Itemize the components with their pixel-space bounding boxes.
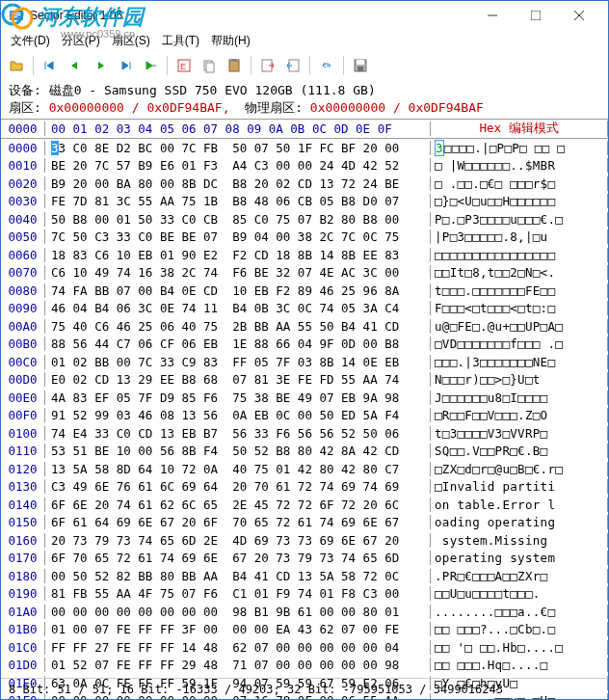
bytes-cell[interactable]: FF FF 27 FE FF FF 14 48 62 07 00 00 00 0… — [45, 640, 431, 655]
bytes-cell[interactable]: 4A 83 EF 05 7F D9 85 F6 75 38 BE 49 07 E… — [45, 390, 431, 405]
ascii-cell[interactable]: SQ□□.V□□PR□€.B□ — [431, 444, 608, 458]
bytes-cell[interactable]: C6 10 49 74 16 38 2C 74 F6 BE 32 07 4E A… — [45, 265, 431, 280]
hex-row[interactable]: 01A000 00 00 00 00 00 00 00 98 B1 9B 61 … — [1, 603, 608, 621]
open-button[interactable] — [5, 54, 28, 77]
ascii-cell[interactable]: □□□.|3□□□□□□□NE□ — [431, 355, 608, 369]
bytes-cell[interactable]: 7C 50 C3 33 C0 BE BE 07 B9 04 00 38 2C 7… — [45, 229, 431, 244]
ascii-cell[interactable]: t□□□.□□□□□□□FE□□ — [431, 283, 608, 298]
ascii-cell[interactable]: |P□3□□□□□.8,|□u — [431, 229, 608, 244]
last-button[interactable] — [114, 54, 137, 77]
next-button[interactable] — [89, 54, 112, 77]
bytes-cell[interactable]: 88 56 44 C7 06 CF 06 EB 1E 88 66 04 9F 0… — [45, 337, 431, 351]
menu-tools[interactable]: 工具(T) — [156, 31, 205, 51]
ascii-cell[interactable]: □}□<U□u□□H□□□□□□ — [431, 194, 608, 208]
close-button[interactable] — [557, 2, 600, 29]
hex-row[interactable]: 01506F 61 64 69 6E 67 20 6F 70 65 72 61 … — [1, 514, 608, 532]
bytes-cell[interactable]: 53 51 BE 10 00 56 8B F4 50 52 B8 80 42 8… — [45, 444, 431, 458]
menu-partition[interactable]: 分区(P) — [56, 31, 106, 51]
hex-row[interactable]: 012013 5A 58 8D 64 10 72 0A 40 75 01 42 … — [1, 460, 608, 478]
ascii-cell[interactable]: □□U□u□□□□t□□□. — [431, 586, 608, 601]
ascii-cell[interactable]: oading operating — [431, 515, 608, 529]
hex-row[interactable]: 0070C6 10 49 74 16 38 2C 74 F6 BE 32 07 … — [1, 264, 608, 283]
hex-row[interactable]: 01B001 00 07 FE FF FF 3F 00 00 00 EA 43 … — [1, 621, 608, 639]
export-button[interactable] — [281, 54, 304, 77]
ascii-cell[interactable]: F□□□<□t□□□<□t□:□ — [431, 301, 608, 315]
hex-row[interactable]: 0010BE 20 7C 57 B9 E6 01 F3 A4 C3 00 00 … — [1, 157, 608, 175]
menu-file[interactable]: 文件(D) — [5, 31, 56, 51]
bytes-cell[interactable]: 6F 6E 20 74 61 62 6C 65 2E 45 72 72 6F 7… — [45, 498, 431, 512]
ascii-cell[interactable]: □□ '□ □□.Hb□....□ — [431, 640, 608, 655]
bytes-cell[interactable]: 13 5A 58 8D 64 10 72 0A 40 75 01 42 80 4… — [45, 462, 431, 476]
hex-row[interactable]: 009046 04 B4 06 3C 0E 74 11 B4 0B 3C 0C … — [1, 300, 608, 318]
ascii-cell[interactable]: □ .□□.□€□ □□□r$□ — [431, 176, 608, 191]
ascii-cell[interactable]: □ |W□□□□□□..$MBR — [431, 158, 608, 173]
ascii-cell[interactable]: □R□□F□□V□□□.Z□O — [431, 408, 608, 422]
bytes-cell[interactable]: 01 00 07 FE FF FF 3F 00 00 00 EA 43 62 0… — [45, 622, 431, 636]
ascii-cell[interactable]: system.Missing — [431, 533, 608, 548]
hex-row[interactable]: 019081 FB 55 AA 4F 75 07 F6 C1 01 F9 74 … — [1, 585, 608, 604]
ascii-cell[interactable]: □ZX□d□r□@u□B□€.r□ — [431, 462, 608, 476]
ascii-cell[interactable]: □□It□8,t□□2□N□<. — [431, 265, 608, 280]
ascii-cell[interactable]: u@□FE□.@u+□□UP□A□ — [431, 319, 608, 334]
ascii-cell[interactable]: N□□□r)□□>□}U□t — [431, 372, 608, 387]
hex-body[interactable]: 000033 C0 8E D2 BC 00 7C FB 50 07 50 1F … — [1, 139, 608, 700]
ascii-cell[interactable]: ........□□□a..€□ — [431, 605, 608, 619]
bytes-cell[interactable]: 74 E4 33 C0 CD 13 EB B7 56 33 F6 56 56 5… — [45, 426, 431, 441]
bytes-cell[interactable]: 91 52 99 03 46 08 13 56 0A EB 0C 00 50 E… — [45, 408, 431, 422]
ascii-cell[interactable]: □□ □□□.Hq□....□ — [431, 658, 608, 672]
hex-row[interactable]: 016020 73 79 73 74 65 6D 2E 4D 69 73 73 … — [1, 531, 608, 550]
bytes-cell[interactable]: 81 FB 55 AA 4F 75 07 F6 C1 01 F9 74 01 F… — [45, 586, 431, 601]
paste-button[interactable] — [223, 54, 246, 77]
hex-row[interactable]: 0030FE 7D 81 3C 55 AA 75 1B B8 48 06 CB … — [1, 193, 608, 211]
bytes-cell[interactable]: 74 FA BB 07 00 B4 0E CD 10 EB F2 89 46 2… — [45, 283, 431, 298]
goto-button[interactable] — [139, 54, 162, 77]
maximize-button[interactable] — [514, 2, 557, 29]
ascii-cell[interactable]: P□.□P3□□□□u□□□€.□ — [431, 212, 608, 227]
hex-row[interactable]: 008074 FA BB 07 00 B4 0E CD 10 EB F2 89 … — [1, 282, 608, 300]
import-button[interactable] — [256, 54, 279, 77]
hex-row[interactable]: 01706F 70 65 72 61 74 69 6E 67 20 73 79 … — [1, 550, 608, 568]
bytes-cell[interactable]: 46 04 B4 06 3C 0E 74 11 B4 0B 3C 0C 74 0… — [45, 301, 431, 315]
menu-sector[interactable]: 扇区(S) — [106, 31, 156, 51]
undo-button[interactable] — [315, 54, 338, 77]
menu-help[interactable]: 帮助(H) — [205, 31, 256, 51]
bytes-cell[interactable]: E0 02 CD 13 29 EE B8 68 07 81 3E FE FD 5… — [45, 372, 431, 387]
ascii-cell[interactable]: □VD□□□□□□□f□□□ .□ — [431, 337, 608, 351]
hex-row[interactable]: 006018 83 C6 10 EB 01 90 E2 F2 CD 18 8B … — [1, 246, 608, 264]
copy-button[interactable] — [198, 54, 221, 77]
first-button[interactable] — [39, 54, 62, 77]
save-button[interactable] — [349, 54, 372, 77]
ascii-cell[interactable]: □□ □□□?...□Cb□.□ — [431, 622, 608, 636]
bytes-cell[interactable]: 75 40 C6 46 25 06 40 75 2B BB AA 55 50 B… — [45, 319, 431, 334]
ascii-cell[interactable]: □□□□□□□□□□□□□□□□ — [431, 248, 608, 262]
hex-row[interactable]: 00C001 02 BB 00 7C 33 C9 83 FF 05 7F 03 … — [1, 353, 608, 371]
hex-row[interactable]: 00E04A 83 EF 05 7F D9 85 F6 75 38 BE 49 … — [1, 389, 608, 407]
bytes-cell[interactable]: 01 02 BB 00 7C 33 C9 83 FF 05 7F 03 8B 1… — [45, 355, 431, 369]
prev-button[interactable] — [64, 54, 87, 77]
bytes-cell[interactable]: BE 20 7C 57 B9 E6 01 F3 A4 C3 00 00 24 4… — [45, 158, 431, 173]
hex-row[interactable]: 00A075 40 C6 46 25 06 40 75 2B BB AA 55 … — [1, 317, 608, 336]
ascii-cell[interactable]: on table.Error l — [431, 498, 608, 512]
ascii-cell[interactable]: J□□□□□□u8□I□□□□ — [431, 390, 608, 405]
hex-row[interactable]: 01C0FF FF 27 FE FF FF 14 48 62 07 00 00 … — [1, 638, 608, 657]
hex-row[interactable]: 0020B9 20 00 BA 80 00 8B DC B8 20 02 CD … — [1, 175, 608, 193]
hex-row[interactable]: 000033 C0 8E D2 BC 00 7C FB 50 07 50 1F … — [1, 139, 608, 157]
hex-row[interactable]: 00507C 50 C3 33 C0 BE BE 07 B9 04 00 38 … — [1, 229, 608, 247]
minimize-button[interactable] — [470, 2, 514, 29]
bytes-cell[interactable]: 20 73 79 73 74 65 6D 2E 4D 69 73 73 69 6… — [45, 533, 431, 548]
hex-row[interactable]: 0130C3 49 6E 76 61 6C 69 64 20 70 61 72 … — [1, 478, 608, 497]
hex-row[interactable]: 011053 51 BE 10 00 56 8B F4 50 52 B8 80 … — [1, 443, 608, 461]
bytes-cell[interactable]: 50 B8 00 01 50 33 C0 CB 85 C0 75 07 B2 8… — [45, 212, 431, 227]
bytes-cell[interactable]: FE 7D 81 3C 55 AA 75 1B B8 48 06 CB 05 B… — [45, 194, 431, 208]
hex-row[interactable]: 010074 E4 33 C0 CD 13 EB B7 56 33 F6 56 … — [1, 424, 608, 443]
ascii-cell[interactable]: operating system — [431, 551, 608, 565]
hex-row[interactable]: 004050 B8 00 01 50 33 C0 CB 85 C0 75 07 … — [1, 210, 608, 229]
bytes-cell[interactable]: 00 50 52 82 BB 80 BB AA B4 41 CD 13 5A 5… — [45, 569, 431, 583]
hex-row[interactable]: 01D001 52 07 FE FF FF 29 48 71 07 00 00 … — [1, 657, 608, 675]
ascii-cell[interactable]: t□3□□□□V3□VVRP□ — [431, 426, 608, 441]
ascii-cell[interactable]: 3□□□□.|□P□P□ □□ □ — [431, 141, 608, 155]
bytes-cell[interactable]: 00 00 00 00 00 00 00 00 98 B1 9B 61 00 0… — [45, 605, 431, 619]
bytes-cell[interactable]: 6F 70 65 72 61 74 69 6E 67 20 73 79 73 7… — [45, 551, 431, 565]
bytes-cell[interactable]: 18 83 C6 10 EB 01 90 E2 F2 CD 18 8B 14 8… — [45, 248, 431, 262]
bytes-cell[interactable]: 33 C0 8E D2 BC 00 7C FB 50 07 50 1F FC B… — [45, 141, 431, 155]
